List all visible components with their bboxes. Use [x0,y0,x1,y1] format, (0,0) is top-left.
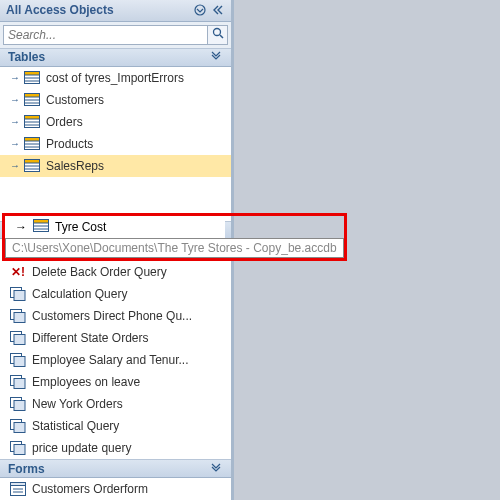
table-icon [24,159,40,173]
query-item[interactable]: New York Orders [0,393,231,415]
forms-list: Customers Orderform [0,478,231,500]
form-icon [10,482,26,496]
pane-header-controls [193,3,225,17]
svg-rect-48 [34,220,49,224]
query-item-label: Delete Back Order Query [32,265,225,279]
table-item[interactable]: → SalesReps [0,155,231,177]
table-item-label: Tyre Cost [55,220,219,234]
query-item[interactable]: Employees on leave [0,371,231,393]
link-arrow-icon: → [10,116,18,127]
pane-header[interactable]: All Access Objects [0,0,231,22]
query-item-label: Employee Salary and Tenur... [32,353,225,367]
search-input[interactable] [3,25,208,45]
query-item[interactable]: Employee Salary and Tenur... [0,349,231,371]
query-item-label: Customers Direct Phone Qu... [32,309,225,323]
svg-rect-20 [25,160,40,164]
link-arrow-icon: → [10,160,18,171]
link-arrow-icon: → [10,138,18,149]
table-item[interactable]: → cost of tyres_ImportErrors [0,67,231,89]
search-icon [212,27,224,42]
group-header-forms[interactable]: Forms [0,459,231,478]
select-query-icon [10,397,26,411]
search-button[interactable] [208,25,228,45]
delete-query-icon: ✕! [10,265,26,279]
table-item-label: SalesReps [46,159,225,173]
collapse-pane-icon[interactable] [211,3,225,17]
navigation-pane: All Access Objects Tables → cost of tyre… [0,0,234,500]
group-header-tables[interactable]: Tables [0,48,231,67]
group-label: Tables [8,50,45,64]
query-item-label: Different State Orders [32,331,225,345]
search-row [0,22,231,48]
table-item[interactable]: → Customers [0,89,231,111]
table-item-tyre-cost[interactable]: → Tyre Cost [5,216,225,238]
link-arrow-icon: → [10,94,18,105]
highlight-callout: → Tyre Cost C:\Users\Xone\Documents\The … [2,213,347,261]
select-query-icon [10,353,26,367]
form-item[interactable]: Customers Orderform [0,478,231,500]
svg-rect-34 [14,357,25,367]
chevron-up-icon [211,463,221,475]
svg-rect-36 [14,379,25,389]
link-arrow-icon: → [15,220,27,234]
svg-rect-12 [25,116,40,120]
query-item-label: price update query [32,441,225,455]
svg-line-2 [220,35,223,38]
query-item[interactable]: Different State Orders [0,327,231,349]
queries-list: TyreSold Crosstab ✕! Delete Back Order Q… [0,239,231,459]
query-item[interactable]: Customers Direct Phone Qu... [0,305,231,327]
highlight-outline: → Tyre Cost C:\Users\Xone\Documents\The … [2,213,347,261]
dropdown-circle-icon[interactable] [193,3,207,17]
query-item-label: New York Orders [32,397,225,411]
pane-title: All Access Objects [6,3,114,17]
form-item-label: Customers Orderform [32,482,225,496]
chevron-up-icon [211,51,221,63]
svg-rect-30 [14,313,25,323]
query-item[interactable]: Calculation Query [0,283,231,305]
query-item[interactable]: price update query [0,437,231,459]
select-query-icon [10,287,26,301]
svg-rect-8 [25,94,40,98]
select-query-icon [10,375,26,389]
table-item-label: Customers [46,93,225,107]
table-item-label: Products [46,137,225,151]
query-item[interactable]: ✕! Delete Back Order Query [0,261,231,283]
table-item-label: cost of tyres_ImportErrors [46,71,225,85]
group-label: Forms [8,462,45,476]
svg-rect-40 [14,423,25,433]
link-arrow-icon: → [10,72,18,83]
query-item-label: Employees on leave [32,375,225,389]
svg-rect-32 [14,335,25,345]
table-icon [24,71,40,85]
table-icon [24,137,40,151]
select-query-icon [10,309,26,323]
svg-rect-16 [25,138,40,142]
select-query-icon [10,331,26,345]
query-item[interactable]: Statistical Query [0,415,231,437]
svg-rect-42 [14,445,25,455]
table-item[interactable]: → Products [0,133,231,155]
table-icon [24,115,40,129]
svg-rect-28 [14,291,25,301]
query-item-label: Calculation Query [32,287,225,301]
select-query-icon [10,441,26,455]
table-icon [33,219,49,235]
tooltip-path: C:\Users\Xone\Documents\The Tyre Stores … [5,238,344,258]
table-item-label: Orders [46,115,225,129]
svg-point-1 [213,29,220,36]
svg-rect-4 [25,72,40,76]
tables-list: → cost of tyres_ImportErrors → Customers… [0,67,231,221]
query-item-label: Statistical Query [32,419,225,433]
svg-rect-44 [11,482,26,485]
table-icon [24,93,40,107]
svg-rect-38 [14,401,25,411]
select-query-icon [10,419,26,433]
svg-point-0 [195,5,205,15]
table-item[interactable]: → Orders [0,111,231,133]
